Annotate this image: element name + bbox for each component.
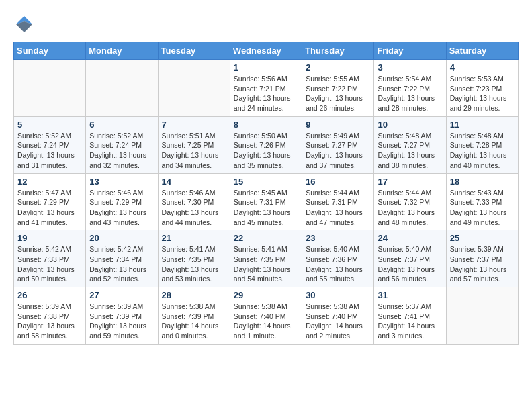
day-number: 14 [162,177,226,187]
calendar-cell [86,60,158,117]
calendar-week-row: 12Sunrise: 5:47 AM Sunset: 7:29 PM Dayli… [14,173,519,230]
page-header [13,13,519,35]
day-number: 24 [378,233,442,243]
calendar-week-row: 5Sunrise: 5:52 AM Sunset: 7:24 PM Daylig… [14,116,519,173]
calendar-week-row: 19Sunrise: 5:42 AM Sunset: 7:33 PM Dayli… [14,230,519,287]
day-info: Sunrise: 5:49 AM Sunset: 7:27 PM Dayligh… [306,131,370,171]
day-info: Sunrise: 5:52 AM Sunset: 7:24 PM Dayligh… [17,131,82,171]
day-info: Sunrise: 5:46 AM Sunset: 7:29 PM Dayligh… [89,188,154,228]
calendar-cell: 23Sunrise: 5:40 AM Sunset: 7:36 PM Dayli… [302,230,374,287]
day-number: 6 [89,120,154,130]
day-info: Sunrise: 5:44 AM Sunset: 7:32 PM Dayligh… [378,188,442,228]
day-number: 26 [17,290,82,300]
calendar-cell [158,60,230,117]
calendar-cell: 20Sunrise: 5:42 AM Sunset: 7:34 PM Dayli… [86,230,158,287]
day-header-monday: Monday [86,42,158,60]
day-info: Sunrise: 5:47 AM Sunset: 7:29 PM Dayligh… [17,188,82,228]
day-info: Sunrise: 5:46 AM Sunset: 7:30 PM Dayligh… [162,188,226,228]
calendar-cell: 8Sunrise: 5:50 AM Sunset: 7:26 PM Daylig… [230,116,302,173]
day-info: Sunrise: 5:39 AM Sunset: 7:39 PM Dayligh… [89,302,154,341]
calendar-cell: 7Sunrise: 5:51 AM Sunset: 7:25 PM Daylig… [158,116,230,173]
day-info: Sunrise: 5:39 AM Sunset: 7:37 PM Dayligh… [450,244,515,284]
day-number: 7 [162,120,226,130]
calendar-cell: 22Sunrise: 5:41 AM Sunset: 7:35 PM Dayli… [230,230,302,287]
calendar-cell: 18Sunrise: 5:43 AM Sunset: 7:33 PM Dayli… [446,173,518,230]
calendar-cell: 17Sunrise: 5:44 AM Sunset: 7:32 PM Dayli… [374,173,446,230]
calendar-cell: 24Sunrise: 5:40 AM Sunset: 7:37 PM Dayli… [374,230,446,287]
calendar-cell: 6Sunrise: 5:52 AM Sunset: 7:24 PM Daylig… [86,116,158,173]
calendar-cell: 31Sunrise: 5:37 AM Sunset: 7:41 PM Dayli… [374,287,446,345]
day-header-thursday: Thursday [302,42,374,60]
day-number: 19 [17,233,82,243]
calendar-cell: 12Sunrise: 5:47 AM Sunset: 7:29 PM Dayli… [14,173,86,230]
day-header-sunday: Sunday [14,42,86,60]
day-info: Sunrise: 5:55 AM Sunset: 7:22 PM Dayligh… [306,74,370,113]
day-info: Sunrise: 5:40 AM Sunset: 7:37 PM Dayligh… [378,244,442,284]
day-info: Sunrise: 5:42 AM Sunset: 7:34 PM Dayligh… [89,244,154,284]
day-info: Sunrise: 5:48 AM Sunset: 7:27 PM Dayligh… [378,131,442,171]
day-header-wednesday: Wednesday [230,42,302,60]
day-header-friday: Friday [374,42,446,60]
day-info: Sunrise: 5:42 AM Sunset: 7:33 PM Dayligh… [17,244,82,284]
day-number: 15 [234,177,298,187]
calendar-cell: 13Sunrise: 5:46 AM Sunset: 7:29 PM Dayli… [86,173,158,230]
calendar-cell: 30Sunrise: 5:38 AM Sunset: 7:40 PM Dayli… [302,287,374,345]
calendar-cell: 14Sunrise: 5:46 AM Sunset: 7:30 PM Dayli… [158,173,230,230]
day-number: 25 [450,233,515,243]
calendar-table: SundayMondayTuesdayWednesdayThursdayFrid… [13,42,519,345]
day-info: Sunrise: 5:48 AM Sunset: 7:28 PM Dayligh… [450,131,515,171]
calendar-cell: 26Sunrise: 5:39 AM Sunset: 7:38 PM Dayli… [14,287,86,345]
calendar-cell: 28Sunrise: 5:38 AM Sunset: 7:39 PM Dayli… [158,287,230,345]
day-number: 4 [450,62,515,73]
day-number: 17 [378,177,442,187]
calendar-cell: 21Sunrise: 5:41 AM Sunset: 7:35 PM Dayli… [158,230,230,287]
calendar-cell: 4Sunrise: 5:53 AM Sunset: 7:23 PM Daylig… [446,60,518,117]
calendar-cell: 9Sunrise: 5:49 AM Sunset: 7:27 PM Daylig… [302,116,374,173]
calendar-cell: 3Sunrise: 5:54 AM Sunset: 7:22 PM Daylig… [374,60,446,117]
calendar-cell: 15Sunrise: 5:45 AM Sunset: 7:31 PM Dayli… [230,173,302,230]
day-info: Sunrise: 5:45 AM Sunset: 7:31 PM Dayligh… [234,188,298,228]
day-info: Sunrise: 5:43 AM Sunset: 7:33 PM Dayligh… [450,188,515,228]
calendar-cell: 1Sunrise: 5:56 AM Sunset: 7:21 PM Daylig… [230,60,302,117]
day-info: Sunrise: 5:38 AM Sunset: 7:40 PM Dayligh… [306,302,370,341]
day-info: Sunrise: 5:41 AM Sunset: 7:35 PM Dayligh… [234,244,298,284]
day-info: Sunrise: 5:50 AM Sunset: 7:26 PM Dayligh… [234,131,298,171]
calendar-cell: 5Sunrise: 5:52 AM Sunset: 7:24 PM Daylig… [14,116,86,173]
day-info: Sunrise: 5:53 AM Sunset: 7:23 PM Dayligh… [450,74,515,113]
day-info: Sunrise: 5:38 AM Sunset: 7:39 PM Dayligh… [162,302,226,341]
calendar-cell: 11Sunrise: 5:48 AM Sunset: 7:28 PM Dayli… [446,116,518,173]
day-number: 20 [89,233,154,243]
day-number: 22 [234,233,298,243]
calendar-cell: 16Sunrise: 5:44 AM Sunset: 7:31 PM Dayli… [302,173,374,230]
day-info: Sunrise: 5:39 AM Sunset: 7:38 PM Dayligh… [17,302,82,341]
day-number: 11 [450,120,515,130]
day-info: Sunrise: 5:54 AM Sunset: 7:22 PM Dayligh… [378,74,442,113]
day-number: 12 [17,177,82,187]
day-info: Sunrise: 5:40 AM Sunset: 7:36 PM Dayligh… [306,244,370,284]
calendar-cell [446,287,518,345]
day-header-tuesday: Tuesday [158,42,230,60]
day-number: 28 [162,290,226,300]
day-number: 31 [378,290,442,300]
day-info: Sunrise: 5:37 AM Sunset: 7:41 PM Dayligh… [378,302,442,341]
day-number: 1 [234,62,298,73]
calendar-cell: 10Sunrise: 5:48 AM Sunset: 7:27 PM Dayli… [374,116,446,173]
calendar-cell: 29Sunrise: 5:38 AM Sunset: 7:40 PM Dayli… [230,287,302,345]
calendar-week-row: 1Sunrise: 5:56 AM Sunset: 7:21 PM Daylig… [14,60,519,117]
calendar-cell: 27Sunrise: 5:39 AM Sunset: 7:39 PM Dayli… [86,287,158,345]
calendar-cell [14,60,86,117]
day-number: 23 [306,233,370,243]
day-info: Sunrise: 5:44 AM Sunset: 7:31 PM Dayligh… [306,188,370,228]
day-number: 2 [306,62,370,73]
logo-icon [13,13,35,35]
day-number: 16 [306,177,370,187]
day-number: 3 [378,62,442,73]
day-number: 27 [89,290,154,300]
calendar-cell: 2Sunrise: 5:55 AM Sunset: 7:22 PM Daylig… [302,60,374,117]
day-number: 29 [234,290,298,300]
day-number: 18 [450,177,515,187]
day-number: 9 [306,120,370,130]
day-info: Sunrise: 5:38 AM Sunset: 7:40 PM Dayligh… [234,302,298,341]
calendar-cell: 25Sunrise: 5:39 AM Sunset: 7:37 PM Dayli… [446,230,518,287]
day-number: 13 [89,177,154,187]
